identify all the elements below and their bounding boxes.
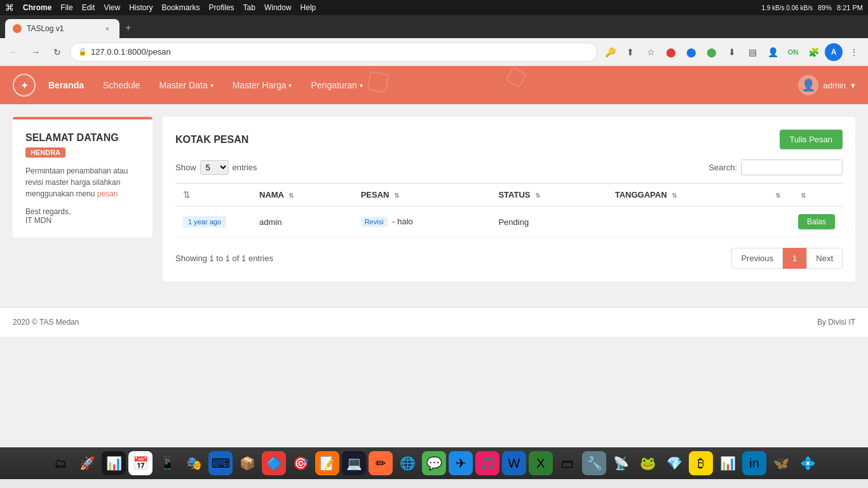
dock-word[interactable]: W	[502, 451, 526, 475]
search-input[interactable]	[741, 159, 843, 175]
nav-pengaturan[interactable]: Pengaturan ▾	[311, 80, 362, 90]
dock-app2[interactable]: 🎭	[182, 451, 206, 475]
key-icon[interactable]: 🔑	[601, 43, 619, 61]
dock-app13[interactable]: 📊	[715, 451, 740, 475]
nav-user[interactable]: 👤 admin ▾	[798, 75, 855, 95]
dock-linkedin[interactable]: in	[742, 451, 766, 475]
forward-button[interactable]: →	[27, 43, 44, 61]
tab-close-button[interactable]: ×	[103, 24, 112, 33]
previous-button[interactable]: Previous	[731, 248, 783, 269]
dock-app5[interactable]: 🎯	[288, 451, 313, 475]
next-button[interactable]: Next	[806, 248, 843, 269]
footer-copyright: 2020 © TAS Medan	[13, 318, 79, 327]
dock-app7[interactable]: 🗃	[555, 451, 580, 475]
write-message-button[interactable]: Tulis Pesan	[780, 130, 843, 149]
dock-app3[interactable]: 📦	[235, 451, 259, 475]
extensions-button[interactable]: 🧩	[804, 43, 822, 61]
nav-master-harga[interactable]: Master Harga ▾	[233, 80, 292, 90]
profile-button[interactable]: A	[825, 43, 843, 61]
menubar-file[interactable]: File	[60, 3, 72, 12]
dock-calendar[interactable]: 📅	[128, 451, 153, 475]
new-tab-button[interactable]: +	[119, 19, 137, 37]
extension-green[interactable]: ⬤	[703, 43, 721, 61]
dock-app4[interactable]: 🔷	[262, 451, 286, 475]
browser-toolbar: ← → ↻ 🔒 127.0.0.1:8000/pesan 🔑 ⬆ ☆ ⬤ ⬤ ⬤…	[0, 38, 868, 66]
menubar-help[interactable]: Help	[301, 3, 316, 12]
menubar-status: 1.9 kB/s 0.06 kB/s 89% 8:21 PM	[761, 4, 863, 11]
show-entries: Show 5 10 25 50 entries	[175, 160, 257, 175]
extension-blue[interactable]: ⬤	[682, 43, 700, 61]
app-nav: ✦ Beranda Schedule Master Data ▾ Master …	[0, 66, 868, 104]
row-message: Revisi - halo	[353, 207, 491, 238]
menubar-chrome[interactable]: Chrome	[23, 3, 51, 12]
dock-itunes[interactable]: 🎵	[475, 451, 499, 475]
pagination-info: Showing 1 to 1 of 1 entries	[175, 254, 273, 263]
dock-phpstorm[interactable]: 💻	[342, 451, 366, 475]
welcome-title: SELAMAT DATANG	[25, 132, 140, 144]
extension-user[interactable]: 👤	[764, 43, 782, 61]
dock-vscode[interactable]: ⌨	[208, 451, 233, 475]
dock-app6[interactable]: 📝	[315, 451, 339, 475]
menubar-edit[interactable]: Edit	[82, 3, 95, 12]
panel-title: KOTAK PESAN	[175, 134, 248, 146]
dock-app15[interactable]: 💠	[796, 451, 820, 475]
dock-app11[interactable]: 💎	[662, 451, 686, 475]
app-logo[interactable]: ✦	[13, 74, 36, 97]
reload-button[interactable]: ↻	[48, 43, 66, 61]
dock-finder[interactable]: 🗂	[48, 451, 72, 475]
bookmark-icon[interactable]: ☆	[642, 43, 660, 61]
extension-download[interactable]: ⬇	[723, 43, 741, 61]
pesan-link[interactable]: pesan	[97, 189, 118, 198]
nav-links: Beranda Schedule Master Data ▾ Master Ha…	[48, 80, 798, 90]
extension-card[interactable]: ▤	[743, 43, 761, 61]
col-status[interactable]: STATUS ⇅	[491, 184, 607, 207]
welcome-text: Permintaan penambahan atau revisi master…	[25, 165, 140, 200]
extension-green2[interactable]: ON	[784, 43, 802, 61]
dock-app1[interactable]: 📱	[155, 451, 179, 475]
dock-launchpad[interactable]: 🚀	[75, 451, 99, 475]
menubar-view[interactable]: View	[104, 3, 120, 12]
dock-app10[interactable]: 🐸	[635, 451, 660, 475]
dock-app8[interactable]: 🔧	[582, 451, 606, 475]
apple-menu[interactable]: ⌘	[5, 3, 14, 13]
nav-beranda[interactable]: Beranda	[48, 80, 84, 90]
row-action-empty	[765, 207, 790, 238]
menu-button[interactable]: ⋮	[845, 43, 863, 61]
dock-activity[interactable]: 📊	[102, 451, 126, 475]
main-content: SELAMAT DATANG HENDRA Permintaan penamba…	[0, 104, 868, 294]
reply-button[interactable]: Balas	[798, 214, 835, 229]
menubar-history[interactable]: History	[129, 3, 153, 12]
dock-app12[interactable]: ₿	[689, 451, 713, 475]
user-avatar: 👤	[798, 75, 818, 95]
menubar-profiles[interactable]: Profiles	[209, 3, 234, 12]
menubar-window[interactable]: Window	[264, 3, 292, 12]
page-1-button[interactable]: 1	[783, 248, 806, 269]
col-date[interactable]: ⇅	[175, 184, 252, 207]
menubar: ⌘ Chrome File Edit View History Bookmark…	[0, 0, 868, 15]
back-button[interactable]: ←	[5, 43, 23, 61]
dock-sublimetext[interactable]: ✏	[369, 451, 393, 475]
dock-excel[interactable]: X	[529, 451, 553, 475]
dock-app14[interactable]: 🦋	[769, 451, 793, 475]
table-controls: Show 5 10 25 50 entries Search:	[175, 159, 843, 175]
menubar-tab[interactable]: Tab	[243, 3, 255, 12]
nav-schedule[interactable]: Schedule	[103, 80, 140, 90]
share-icon[interactable]: ⬆	[621, 43, 639, 61]
dock-whatsapp[interactable]: 💬	[422, 451, 446, 475]
col-tanggapan[interactable]: TANGGAPAN ⇅	[607, 184, 765, 207]
dock-app9[interactable]: 📡	[609, 451, 633, 475]
col-nama[interactable]: NAMA ⇅	[252, 184, 353, 207]
nav-master-data[interactable]: Master Data ▾	[159, 80, 213, 90]
extension-red[interactable]: ⬤	[662, 43, 680, 61]
browser-tab-active[interactable]: TASLog v1 ×	[5, 19, 119, 38]
address-bar[interactable]: 🔒 127.0.0.1:8000/pesan	[70, 43, 597, 62]
entries-select[interactable]: 5 10 25 50	[200, 160, 229, 175]
col-pesan[interactable]: PESAN ⇅	[353, 184, 491, 207]
dock-chrome[interactable]: 🌐	[395, 451, 419, 475]
menubar-bookmarks[interactable]: Bookmarks	[162, 3, 200, 12]
browser-frame: TASLog v1 × + ← → ↻ 🔒 127.0.0.1:8000/pes…	[0, 15, 868, 66]
master-harga-chevron-icon: ▾	[288, 82, 292, 89]
dock-telegram[interactable]: ✈	[449, 451, 473, 475]
sort-pesan-icon: ⇅	[394, 192, 399, 199]
network-speed: 1.9 kB/s 0.06 kB/s	[761, 4, 813, 11]
